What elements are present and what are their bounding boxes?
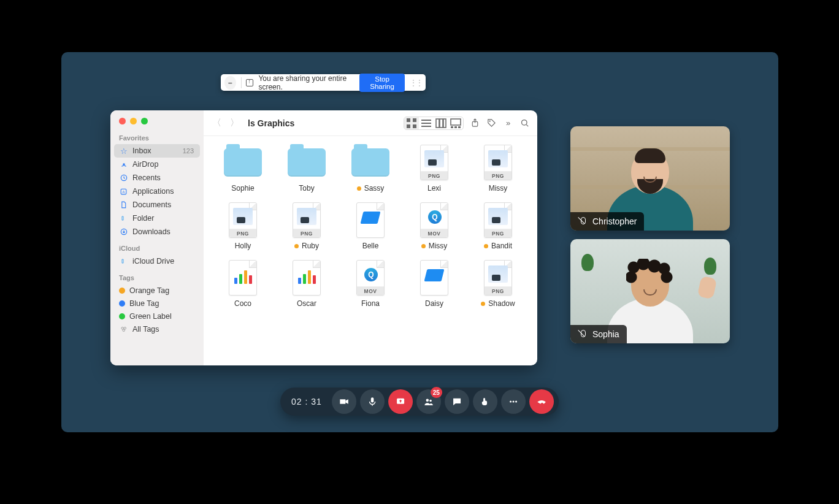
file-item[interactable]: PNGShadow	[469, 260, 527, 308]
sidebar-item-documents[interactable]: Documents	[110, 198, 204, 212]
sidebar-item-icloud-drive[interactable]: iCloud Drive	[110, 254, 204, 268]
svg-text:A: A	[123, 189, 125, 193]
participants-button[interactable]: 25	[416, 389, 441, 414]
png-thumbnail-icon: PNG	[478, 202, 518, 238]
finder-window: Favorites ☆ Inbox 123 AirDrop Recents A …	[110, 110, 537, 365]
svg-point-27	[489, 121, 491, 122]
file-item[interactable]: Belle	[341, 202, 400, 250]
svg-point-28	[522, 120, 527, 126]
reactions-button[interactable]	[473, 389, 497, 414]
file-item[interactable]: PNGBandit	[469, 202, 527, 250]
chat-button[interactable]	[445, 389, 469, 414]
sidebar-item-downloads[interactable]: Downloads	[110, 225, 204, 239]
sidebar-tag-orange[interactable]: Orange Tag	[110, 284, 204, 297]
file-item[interactable]: PNGRuby	[277, 202, 336, 250]
participant-tile[interactable]: Christopher	[570, 126, 730, 231]
file-item[interactable]: Oscar	[277, 260, 336, 308]
minimize-window-icon[interactable]	[130, 118, 137, 124]
sidebar-item-label: AirDrop	[132, 160, 158, 169]
forward-icon[interactable]: 〉	[229, 117, 240, 129]
file-item[interactable]: Sophie	[213, 145, 272, 193]
applications-icon: A	[119, 187, 128, 196]
svg-rect-19	[436, 119, 439, 128]
more-options-button[interactable]	[501, 389, 526, 414]
microphone-button[interactable]	[360, 389, 385, 414]
svg-point-34	[512, 401, 514, 403]
sidebar-tag-green[interactable]: Green Label	[110, 310, 204, 323]
share-screen-button[interactable]	[388, 389, 413, 414]
tag-dot-icon	[119, 288, 125, 294]
svg-rect-29	[371, 397, 374, 402]
folder-icon	[119, 214, 128, 223]
finder-main: 〈 〉 ls Graphics » SophieTobySassyPNGLexi…	[204, 110, 537, 365]
file-name: Missy	[429, 242, 448, 250]
png-thumbnail-icon: PNG	[415, 145, 454, 180]
sidebar-item-airdrop[interactable]: AirDrop	[110, 158, 204, 171]
sidebar-item-inbox[interactable]: ☆ Inbox 123	[114, 144, 200, 158]
file-name: Daisy	[425, 299, 443, 308]
call-controls-dock: 02 : 31 25	[280, 388, 559, 416]
sidebar-item-label: All Tags	[132, 325, 159, 334]
drag-handle-icon[interactable]: ⋮⋮	[410, 78, 422, 87]
file-name: Belle	[362, 242, 379, 250]
file-item[interactable]: PNGMissy	[469, 145, 527, 193]
file-item[interactable]: Coco	[213, 260, 272, 308]
file-name: Holly	[235, 242, 251, 250]
svg-rect-12	[407, 118, 410, 122]
icon-view-icon[interactable]	[404, 117, 419, 129]
search-icon[interactable]	[519, 118, 530, 128]
sidebar-item-label: Inbox	[132, 147, 151, 155]
sidebar-header-tags: Tags	[110, 272, 204, 284]
file-grid: SophieTobySassyPNGLexiPNGMissyPNGHollyPN…	[204, 136, 537, 365]
list-view-icon[interactable]	[419, 117, 434, 129]
svg-rect-24	[454, 126, 457, 128]
folder-thumbnail-icon	[351, 145, 390, 180]
file-name: Coco	[234, 299, 251, 308]
file-name: Bandit	[491, 242, 512, 250]
maximize-icon[interactable]	[141, 118, 148, 124]
end-call-button[interactable]	[529, 389, 554, 414]
svg-rect-16	[421, 120, 431, 121]
tag-dot-icon	[421, 244, 426, 248]
file-name: Toby	[299, 184, 314, 193]
close-icon[interactable]	[119, 118, 126, 124]
sidebar-item-all-tags[interactable]: All Tags	[110, 323, 204, 336]
sidebar-item-folder[interactable]: Folder	[110, 212, 204, 225]
tag-icon[interactable]	[486, 118, 497, 128]
share-icon[interactable]	[470, 118, 480, 128]
mic-muted-icon	[578, 216, 588, 226]
svg-point-10	[124, 327, 126, 330]
file-item[interactable]: Sassy	[341, 145, 400, 193]
camera-button[interactable]	[332, 389, 356, 414]
file-item[interactable]: PNGHolly	[213, 202, 272, 250]
svg-point-31	[426, 399, 429, 402]
column-view-icon[interactable]	[434, 117, 448, 129]
sidebar-item-label: Recents	[132, 174, 161, 182]
participant-tile[interactable]: Sophia	[570, 239, 730, 343]
more-icon[interactable]: »	[503, 118, 513, 128]
svg-rect-18	[421, 126, 431, 127]
file-name: Shadow	[488, 299, 515, 308]
file-item[interactable]: PNGLexi	[405, 145, 464, 193]
sidebar-item-label: Blue Tag	[129, 299, 159, 308]
tag-dot-icon	[119, 313, 125, 319]
stop-sharing-button[interactable]: Stop Sharing	[359, 74, 405, 92]
tag-dot-icon	[481, 302, 485, 306]
sidebar-header-favorites: Favorites	[110, 132, 204, 144]
file-item[interactable]: Toby	[277, 145, 336, 193]
finder-toolbar: 〈 〉 ls Graphics »	[204, 110, 537, 136]
participant-caption: Sophia	[570, 325, 627, 343]
back-icon[interactable]: 〈	[211, 117, 223, 129]
separator	[241, 77, 242, 88]
minimize-icon[interactable]: –	[224, 76, 236, 90]
sidebar-tag-blue[interactable]: Blue Tag	[110, 297, 204, 310]
sidebar-item-recents[interactable]: Recents	[110, 171, 204, 185]
sidebar-item-applications[interactable]: A Applications	[110, 185, 204, 198]
file-item[interactable]: MOVMissy	[405, 202, 464, 250]
participant-name: Sophia	[592, 329, 619, 339]
file-item[interactable]: MOVFiona	[341, 260, 400, 308]
gallery-view-icon[interactable]	[448, 117, 463, 129]
svg-point-9	[121, 327, 123, 330]
share-screen-icon[interactable]	[246, 79, 253, 86]
file-item[interactable]: Daisy	[405, 260, 464, 308]
